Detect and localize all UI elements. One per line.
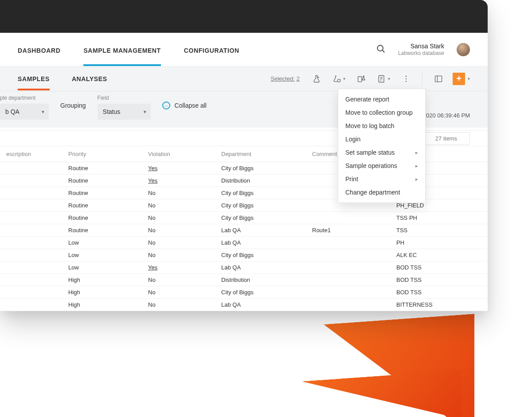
svg-rect-2 <box>338 79 340 82</box>
main-navigation: DASHBOARD SAMPLE MANAGEMENT CONFIGURATIO… <box>0 33 488 66</box>
cell-comment <box>306 301 390 308</box>
cell-comment <box>306 252 390 258</box>
toolbar-more-icon[interactable] <box>400 73 412 85</box>
submenu-arrow-icon: ▸ <box>415 150 418 156</box>
table-row[interactable]: HighNoCity of BiggsBOD TSS <box>0 286 488 299</box>
sub-navigation: SAMPLES ANALYSES Selected: 2 ▾ ▾ <box>0 66 488 91</box>
toolbar-batch-icon[interactable] <box>355 73 368 85</box>
cell-comment <box>306 277 390 283</box>
cell-violation: No <box>142 214 215 221</box>
cell-violation[interactable]: Yes <box>142 264 215 271</box>
submenu-arrow-icon: ▸ <box>415 163 418 169</box>
menu-item[interactable]: Set sample status▸ <box>338 146 425 159</box>
cell-analyses: BOD TSS <box>390 264 479 271</box>
col-description[interactable]: escription <box>0 151 62 157</box>
cell-department: Lab QA <box>215 227 306 234</box>
cell-violation: No <box>142 252 215 258</box>
collapse-all-button[interactable]: – Collapse all <box>162 101 207 113</box>
cell-description <box>0 177 62 184</box>
cell-description <box>0 190 62 196</box>
table-row[interactable]: LowNoCity of BiggsALK EC <box>0 249 488 261</box>
cell-department: City of Biggs <box>215 289 306 296</box>
table-row[interactable]: LowYesLab QABOD TSS <box>0 261 488 274</box>
chevron-down-icon: ▾ <box>388 76 390 81</box>
cell-violation[interactable]: Yes <box>142 165 215 171</box>
toolbar-layout-icon[interactable] <box>432 73 445 85</box>
cell-priority: Low <box>62 252 142 258</box>
table-row[interactable]: HighNoLab QABITTERNESS <box>0 299 488 311</box>
cell-department: Distribution <box>215 277 306 283</box>
svg-point-9 <box>406 78 407 79</box>
cell-comment <box>306 202 390 209</box>
menu-item[interactable]: Generate report <box>338 93 425 106</box>
search-icon[interactable] <box>376 44 386 55</box>
cell-analyses: BITTERNESS <box>390 301 479 308</box>
cell-priority: High <box>62 289 142 296</box>
field-select[interactable]: Status <box>98 104 151 120</box>
tab-samples[interactable]: SAMPLES <box>18 67 50 90</box>
table-row[interactable]: RoutineNoLab QARoute1TSS <box>0 224 488 237</box>
menu-item[interactable]: Change department <box>338 186 425 199</box>
add-button[interactable]: + <box>453 73 465 85</box>
menu-item[interactable]: Print▸ <box>338 172 425 186</box>
decorative-wedge <box>301 370 461 417</box>
cell-violation: No <box>142 239 215 246</box>
chevron-down-icon[interactable]: ▾ <box>468 76 470 81</box>
toolbar-flask-group-icon[interactable]: ▾ <box>331 73 347 85</box>
menu-item[interactable]: Login <box>338 133 425 146</box>
cell-department: Distribution <box>215 177 306 184</box>
cell-description <box>0 227 62 234</box>
svg-point-8 <box>406 75 407 77</box>
cell-violation[interactable]: Yes <box>142 177 215 184</box>
chevron-down-icon: ▾ <box>343 76 345 81</box>
cell-violation: No <box>142 202 215 209</box>
cell-department: Lab QA <box>215 264 306 271</box>
menu-item[interactable]: Move to collection group <box>338 106 425 119</box>
cell-priority: Routine <box>62 165 142 171</box>
cell-priority: Routine <box>62 214 142 221</box>
cell-description <box>0 289 62 296</box>
col-violation[interactable]: Violation <box>142 151 215 157</box>
cell-description <box>0 277 62 283</box>
col-priority[interactable]: Priority <box>62 151 142 157</box>
tab-analyses[interactable]: ANALYSES <box>72 67 107 90</box>
cell-priority: Low <box>62 239 142 246</box>
cell-violation: No <box>142 227 215 234</box>
table-row[interactable]: HighNoDistributionBOD TSS <box>0 274 488 286</box>
cell-analyses: BOD TSS <box>390 289 479 296</box>
nav-sample-management[interactable]: SAMPLE MANAGEMENT <box>83 34 160 66</box>
cell-department: City of Biggs <box>215 252 306 258</box>
menu-item[interactable]: Move to log batch <box>338 119 425 133</box>
avatar[interactable] <box>457 43 470 56</box>
cell-priority: High <box>62 301 142 308</box>
svg-rect-11 <box>435 76 442 82</box>
nav-dashboard[interactable]: DASHBOARD <box>18 34 60 66</box>
cell-analyses: TSS <box>390 227 479 234</box>
submenu-arrow-icon: ▸ <box>415 176 418 182</box>
toolbar-report-icon[interactable]: ▾ <box>376 73 392 85</box>
cell-description <box>0 264 62 271</box>
context-menu: Generate reportMove to collection groupM… <box>338 89 426 203</box>
cell-department: City of Biggs <box>215 214 306 221</box>
cell-description <box>0 165 62 171</box>
cell-department: City of Biggs <box>215 165 306 171</box>
user-name: Sansa Stark <box>398 43 444 50</box>
cell-analyses: PH <box>390 239 479 246</box>
field-filter: Field Status <box>98 95 151 120</box>
nav-configuration[interactable]: CONFIGURATION <box>184 34 239 66</box>
table-row[interactable]: RoutineNoCity of BiggsTSS PH <box>0 212 488 224</box>
cell-description <box>0 202 62 209</box>
decorative-wedge <box>324 314 474 417</box>
toolbar-flask-download-icon[interactable] <box>310 73 323 85</box>
department-select[interactable]: b QA <box>0 104 49 120</box>
table-row[interactable]: LowNoLab QAPH <box>0 237 488 249</box>
window-topbar <box>0 0 488 33</box>
selected-count-link[interactable]: Selected: 2 <box>271 75 300 82</box>
cell-analyses: TSS PH <box>390 214 479 221</box>
col-department[interactable]: Department <box>215 151 306 157</box>
svg-rect-3 <box>358 77 362 82</box>
user-block[interactable]: Sansa Stark Labworks database <box>398 43 444 56</box>
menu-item[interactable]: Sample operations▸ <box>338 159 425 172</box>
toolbar-separator <box>422 73 422 85</box>
cell-violation: No <box>142 301 215 308</box>
